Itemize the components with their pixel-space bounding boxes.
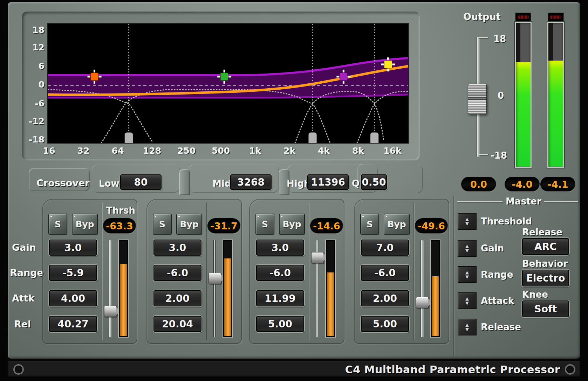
- attack-row-label: Attk: [12, 293, 35, 304]
- band-2-bypass-button[interactable]: Byp: [177, 214, 201, 234]
- up-arrow-icon[interactable]: ▲: [465, 271, 469, 274]
- band-3-threshold-readout[interactable]: -14.6: [310, 219, 343, 233]
- q-value[interactable]: 0.50: [361, 174, 387, 190]
- left-peak-readout[interactable]: -4.0: [505, 177, 539, 191]
- up-arrow-icon[interactable]: ▲: [465, 217, 469, 221]
- behavior-label: Behavior: [522, 258, 568, 269]
- band-divider: [413, 202, 414, 340]
- band-1-bypass-button[interactable]: Byp: [73, 214, 97, 234]
- band-1-threshold-fader-handle[interactable]: [104, 306, 117, 317]
- freq-tick-label: 16: [43, 146, 55, 156]
- left-clip-led[interactable]: [516, 13, 531, 21]
- high-crossover-label: High: [287, 178, 310, 189]
- band-4-meter: [431, 240, 440, 337]
- right-output-meter: [548, 23, 563, 167]
- band-2-range-value[interactable]: -6.0: [153, 265, 201, 281]
- band-4-panel: S Byp -49.6 7.0 -6.0 2.00 5.00: [354, 199, 449, 344]
- band-1-gain-value[interactable]: 3.0: [49, 240, 97, 256]
- crossover-handle[interactable]: [370, 132, 379, 143]
- freq-tick-label: 250: [177, 146, 196, 156]
- band-4-threshold-readout[interactable]: -49.6: [415, 219, 447, 233]
- down-arrow-icon[interactable]: ▼: [465, 275, 469, 279]
- band-2-solo-button[interactable]: S: [153, 214, 171, 234]
- band-4-attack-value[interactable]: 2.00: [361, 290, 409, 306]
- knee-label: Knee: [522, 289, 548, 300]
- band-3-meter-fill: [327, 272, 334, 336]
- freq-tick-label: 4k: [318, 146, 330, 156]
- up-arrow-icon[interactable]: ▲: [465, 244, 469, 248]
- high-band-marker[interactable]: [384, 61, 392, 68]
- knee-button[interactable]: Soft: [522, 300, 569, 317]
- low-band-marker[interactable]: [91, 73, 98, 81]
- behavior-button[interactable]: Electro: [522, 270, 569, 286]
- thresh-label: Thrsh: [106, 205, 135, 216]
- right-clip-led[interactable]: [548, 13, 563, 21]
- master-gain-spinner[interactable]: ▲▼: [458, 241, 476, 256]
- down-arrow-icon[interactable]: ▼: [465, 249, 469, 252]
- crossover-handle[interactable]: [308, 132, 317, 143]
- up-arrow-icon[interactable]: ▲: [465, 297, 469, 300]
- output-fader-handle[interactable]: [468, 84, 487, 114]
- release-mode-button[interactable]: ARC: [522, 238, 569, 255]
- plugin-title: C4 Multiband Parametric Processor: [345, 363, 560, 376]
- band-3-solo-button[interactable]: S: [256, 214, 274, 234]
- band-2-threshold-readout[interactable]: -31.7: [208, 219, 240, 233]
- master-section-label: Master: [506, 196, 541, 207]
- down-arrow-icon[interactable]: ▼: [465, 302, 469, 305]
- output-gain-readout[interactable]: 0.0: [461, 177, 496, 191]
- crossover-handle[interactable]: [125, 132, 133, 143]
- band-3-threshold-fader-handle[interactable]: [311, 252, 324, 263]
- band-3-bypass-button[interactable]: Byp: [280, 214, 304, 234]
- band-4-range-value[interactable]: -6.0: [361, 265, 409, 281]
- master-release-spinner[interactable]: ▲▼: [458, 319, 476, 335]
- band-3-release-value[interactable]: 5.00: [256, 316, 304, 332]
- high-mid-band-marker[interactable]: [340, 73, 347, 81]
- left-output-meter-fill: [516, 62, 531, 167]
- band-2-release-value[interactable]: 20.04: [153, 316, 201, 332]
- release-mode-label: Release: [522, 227, 562, 237]
- right-peak-readout[interactable]: -4.1: [541, 177, 575, 191]
- master-threshold-spinner[interactable]: ▲▼: [458, 214, 476, 229]
- band-3-attack-value[interactable]: 11.99: [256, 290, 304, 306]
- band-divider: [102, 202, 102, 340]
- band-1-threshold-fader-track[interactable]: [109, 240, 111, 337]
- high-crossover-value[interactable]: 11396: [307, 174, 349, 190]
- gain-row-label: Gain: [12, 242, 36, 253]
- band-2-panel: S Byp -31.7 3.0 -6.0 2.00 20.04: [146, 199, 242, 344]
- band-4-threshold-fader-track[interactable]: [421, 240, 423, 337]
- up-arrow-icon[interactable]: ▲: [465, 323, 469, 327]
- output-label: Output: [463, 11, 501, 22]
- master-attack-spinner[interactable]: ▲▼: [458, 293, 476, 309]
- plugin-window: 181260-6-12-18 1632641282505001k2k4k8k16…: [0, 0, 588, 381]
- band-1-solo-button[interactable]: S: [49, 214, 67, 234]
- down-arrow-icon[interactable]: ▼: [465, 222, 469, 226]
- band-1-attack-value[interactable]: 4.00: [49, 290, 97, 306]
- band-1-range-value[interactable]: -5.9: [49, 265, 97, 281]
- down-arrow-icon[interactable]: ▼: [465, 328, 469, 331]
- q-label: Q: [352, 178, 360, 189]
- band-4-gain-value[interactable]: 7.0: [361, 240, 409, 256]
- band-4-release-value[interactable]: 5.00: [361, 316, 409, 332]
- band-3-range-value[interactable]: -6.0: [256, 265, 304, 281]
- db-tick-label: -18: [29, 134, 45, 145]
- band-2-attack-value[interactable]: 2.00: [153, 290, 201, 306]
- band-2-threshold-fader-track[interactable]: [213, 240, 216, 337]
- band-4-threshold-fader-handle[interactable]: [416, 297, 429, 308]
- band-2-threshold-fader-handle[interactable]: [208, 273, 221, 284]
- low-crossover-value[interactable]: 80: [120, 174, 162, 190]
- band-1-threshold-readout[interactable]: -63.3: [103, 219, 136, 233]
- output-scale-tick-top: [479, 37, 488, 38]
- band-3-gain-value[interactable]: 3.0: [256, 240, 304, 256]
- freq-tick-label: 500: [212, 146, 230, 156]
- band-2-meter: [223, 240, 232, 337]
- band-4-solo-button[interactable]: S: [361, 214, 378, 234]
- band-1-release-value[interactable]: 40.27: [49, 316, 97, 332]
- low-mid-band-marker[interactable]: [220, 73, 228, 81]
- release-row-label: Rel: [14, 319, 31, 330]
- band-4-bypass-button[interactable]: Byp: [384, 214, 409, 234]
- band-2-gain-value[interactable]: 3.0: [153, 240, 201, 256]
- mid-crossover-value[interactable]: 3268: [230, 174, 272, 190]
- left-output-meter: [516, 23, 531, 167]
- master-range-spinner[interactable]: ▲▼: [458, 267, 476, 282]
- status-bar: C4 Multiband Parametric Processor: [8, 361, 580, 377]
